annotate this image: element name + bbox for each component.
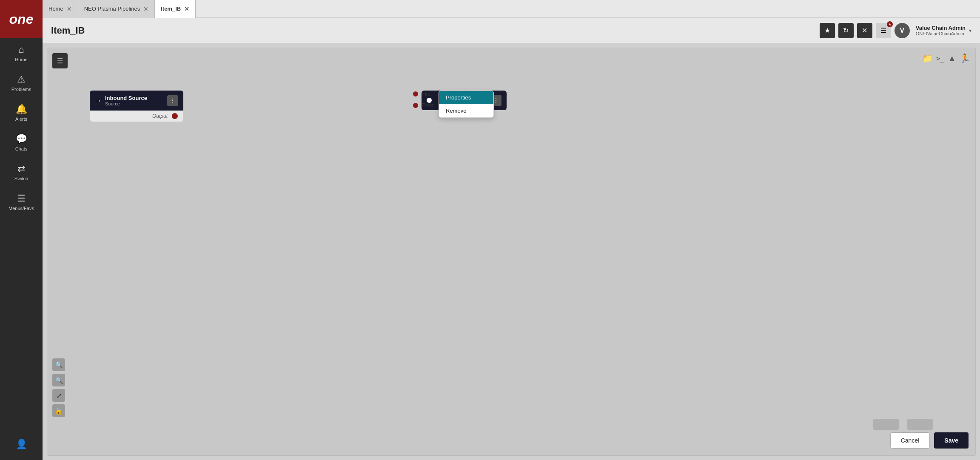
sidebar: one ⌂ Home ⚠ Problems 🔔 Alerts 💬 Chats ⇄… xyxy=(0,0,43,460)
tab-neo-label: NEO Plasma Pipelines xyxy=(84,6,140,12)
close-button[interactable]: ✕ xyxy=(857,23,872,38)
error-dot xyxy=(413,103,418,108)
tab-home-close[interactable]: ✕ xyxy=(67,6,72,12)
sidebar-item-alerts[interactable]: 🔔 Alerts xyxy=(0,98,43,128)
context-menu-properties[interactable]: Properties xyxy=(439,91,493,104)
canvas-toolbar: ☰ xyxy=(52,53,68,68)
zoom-controls: 🔍 🔍- ⤢ 🔒 xyxy=(52,358,65,417)
sidebar-bottom: 👤 xyxy=(0,433,43,460)
page-header: Item_IB ★ ↻ ✕ ☰ ★ V Value Chain Admin ON… xyxy=(43,18,980,43)
triangle-icon-btn[interactable]: ▲ xyxy=(948,53,956,63)
main-area: Home ✕ NEO Plasma Pipelines ✕ Item_IB ✕ … xyxy=(43,0,980,460)
tab-bar: Home ✕ NEO Plasma Pipelines ✕ Item_IB ✕ xyxy=(43,0,980,18)
page-title: Item_IB xyxy=(51,25,815,36)
sidebar-label-switch: Switch xyxy=(14,176,28,181)
inbound-source-node[interactable]: → Inbound Source Source ⋮ Output xyxy=(90,91,183,122)
node-title: Inbound Source xyxy=(105,95,164,101)
tab-neo[interactable]: NEO Plasma Pipelines ✕ xyxy=(78,0,155,18)
mini-nodes xyxy=(873,419,933,430)
sidebar-label-menus: Menus/Favs xyxy=(9,206,34,211)
node-header: → Inbound Source Source ⋮ xyxy=(90,91,183,111)
sidebar-label-chats: Chats xyxy=(15,146,28,151)
run-icon-btn[interactable]: 🏃 xyxy=(960,53,970,63)
canvas-top-right-icons: 📁 >_ ▲ 🏃 xyxy=(922,53,970,63)
canvas-list-button[interactable]: ☰ xyxy=(52,53,68,68)
output-label: Output xyxy=(152,113,168,119)
cancel-button[interactable]: Cancel xyxy=(890,432,930,449)
sidebar-label-problems: Problems xyxy=(11,87,31,92)
sidebar-label-home: Home xyxy=(15,57,27,62)
header-actions: ★ ↻ ✕ ☰ ★ V Value Chain Admin ONEIValueC… xyxy=(820,23,971,38)
switch-icon: ⇄ xyxy=(17,163,25,174)
lock-button[interactable]: 🔒 xyxy=(52,404,65,417)
tab-item-ib-label: Item_IB xyxy=(161,6,181,12)
sidebar-item-chats[interactable]: 💬 Chats xyxy=(0,128,43,157)
tab-home-label: Home xyxy=(48,6,63,12)
menus-icon: ☰ xyxy=(17,193,26,204)
sidebar-item-home[interactable]: ⌂ Home xyxy=(0,38,43,68)
tab-neo-close[interactable]: ✕ xyxy=(143,6,148,12)
error-label: Error xyxy=(422,102,434,108)
mini-node-2 xyxy=(907,419,933,430)
star-button[interactable]: ★ xyxy=(820,23,835,38)
file-label: File xyxy=(422,91,430,97)
alerts-icon: 🔔 xyxy=(16,104,27,115)
folder-icon-btn[interactable]: 📁 xyxy=(922,53,933,63)
zoom-out-button[interactable]: 🔍- xyxy=(52,374,65,386)
context-menu-remove[interactable]: Remove xyxy=(439,104,493,117)
mini-node-1 xyxy=(873,419,899,430)
node-header-text: Inbound Source Source xyxy=(105,95,164,106)
user-handle: ONEIValueChainAdmin xyxy=(916,31,966,36)
node-subtitle: Source xyxy=(105,101,164,106)
user-name: Value Chain Admin xyxy=(916,25,966,31)
node-connections: File Error xyxy=(413,91,434,114)
output-dot xyxy=(172,113,178,119)
refresh-button[interactable]: ↻ xyxy=(838,23,854,38)
sidebar-label-alerts: Alerts xyxy=(15,116,27,122)
profile-icon: 👤 xyxy=(16,439,27,450)
bottom-actions: Cancel Save xyxy=(890,432,969,449)
logo-text: one xyxy=(9,11,34,27)
save-button[interactable]: Save xyxy=(934,432,969,449)
node-menu-button[interactable]: ⋮ xyxy=(167,95,178,106)
file-connection: File xyxy=(413,91,434,97)
zoom-in-button[interactable]: 🔍 xyxy=(52,358,65,371)
app-logo: one xyxy=(0,0,43,38)
canvas-area: ☰ 📁 >_ ▲ 🏃 → Inbound Source Source ⋮ Out… xyxy=(47,48,976,456)
error-connection: Error xyxy=(413,102,434,108)
home-icon: ⌂ xyxy=(18,44,24,55)
file-dot xyxy=(413,91,418,97)
user-dropdown-arrow[interactable]: ▾ xyxy=(969,28,971,34)
tab-item-ib-close[interactable]: ✕ xyxy=(184,6,189,12)
sidebar-item-switch[interactable]: ⇄ Switch xyxy=(0,157,43,187)
chats-icon: 💬 xyxy=(16,133,27,145)
context-menu: Properties Remove xyxy=(439,91,494,118)
user-info: Value Chain Admin ONEIValueChainAdmin xyxy=(916,25,966,36)
sidebar-item-problems[interactable]: ⚠ Problems xyxy=(0,68,43,98)
arrow-icon: → xyxy=(95,97,102,105)
tab-home[interactable]: Home ✕ xyxy=(43,0,78,18)
terminal-icon-btn[interactable]: >_ xyxy=(936,53,944,63)
menu-badge: ★ xyxy=(887,21,893,27)
tab-item-ib[interactable]: Item_IB ✕ xyxy=(155,0,196,18)
sidebar-item-menus[interactable]: ☰ Menus/Favs xyxy=(0,187,43,217)
problems-icon: ⚠ xyxy=(17,74,26,85)
node-footer: Output xyxy=(90,111,183,122)
menu-button[interactable]: ☰ ★ xyxy=(876,23,891,38)
zoom-fit-button[interactable]: ⤢ xyxy=(52,389,65,402)
sidebar-item-profile[interactable]: 👤 xyxy=(0,433,43,456)
avatar: V xyxy=(895,23,910,38)
